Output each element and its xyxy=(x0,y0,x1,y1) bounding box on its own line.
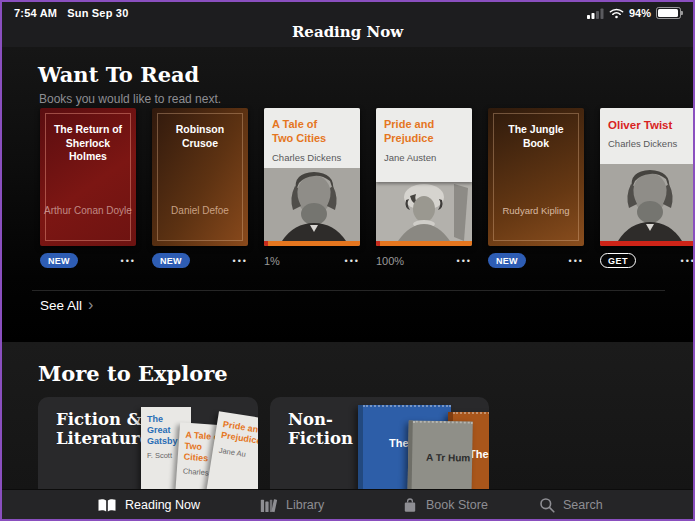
author-portrait xyxy=(600,164,695,241)
book-title: Robinson Crusoe xyxy=(164,123,236,150)
status-bar: 7:54 AM Sun Sep 30 94% xyxy=(2,4,693,22)
progress-label: 100% xyxy=(376,255,404,267)
search-icon xyxy=(539,497,555,513)
status-left: 7:54 AM Sun Sep 30 xyxy=(14,7,128,19)
wifi-icon xyxy=(609,8,624,19)
book-title: The Jungle Book xyxy=(500,123,572,150)
book-title: The Return of Sherlock Holmes xyxy=(52,123,124,164)
progress-label: 1% xyxy=(264,255,280,267)
book-cover-tale-of-two-cities[interactable]: A Tale of Two Cities Charles Dickens xyxy=(264,108,360,246)
mini-book-author: Jane Au xyxy=(218,445,258,461)
section-title: More to Explore xyxy=(38,361,693,386)
mini-book-cover: Pride and Prejudice Jane Au xyxy=(204,411,258,489)
book-item: Robinson Crusoe Daniel Defoe NEW ••• xyxy=(152,108,248,268)
shopping-bag-icon xyxy=(402,497,418,513)
book-title: Pride and Prejudice xyxy=(384,118,464,146)
section-title: Want To Read xyxy=(38,62,693,87)
book-title: A Tale of Two Cities xyxy=(272,118,334,146)
more-options-button[interactable]: ••• xyxy=(569,256,584,266)
tab-label: Search xyxy=(563,498,603,512)
more-options-button[interactable]: ••• xyxy=(345,256,360,266)
tab-label: Reading Now xyxy=(125,498,200,512)
chevron-right-icon: › xyxy=(88,297,93,313)
more-options-button[interactable]: ••• xyxy=(457,256,472,266)
book-cover-oliver-twist[interactable]: Oliver Twist Charles Dickens xyxy=(600,108,695,246)
book-item: Pride and Prejudice Jane Austen xyxy=(376,108,472,268)
want-to-read-section: Want To Read Books you would like to rea… xyxy=(2,47,693,342)
see-all-link[interactable]: See All › xyxy=(40,298,93,313)
cover-stripe xyxy=(264,241,360,246)
mini-book-cover: A Tr Hum xyxy=(407,420,473,489)
new-badge: NEW xyxy=(152,253,190,268)
tab-reading-now[interactable]: Reading Now xyxy=(97,490,200,520)
book-cover-robinson-crusoe[interactable]: Robinson Crusoe Daniel Defoe xyxy=(152,108,248,246)
top-bar: 7:54 AM Sun Sep 30 94% Reading N xyxy=(2,2,693,48)
more-options-button[interactable]: ••• xyxy=(681,256,695,266)
new-badge: NEW xyxy=(40,253,78,268)
category-card-non-fiction[interactable]: Non-Fiction The The R A Tr Hum xyxy=(270,397,489,489)
section-subtitle: Books you would like to read next. xyxy=(39,92,693,106)
book-title: Oliver Twist xyxy=(608,118,688,132)
category-label: Non-Fiction xyxy=(288,411,350,449)
mini-book-title: Pride and Prejudice xyxy=(220,419,258,447)
cover-stripe xyxy=(600,241,695,246)
book-item: The Return of Sherlock Holmes Arthur Con… xyxy=(40,108,136,268)
category-label: Fiction & Literature xyxy=(56,411,151,449)
book-shelf: The Return of Sherlock Holmes Arthur Con… xyxy=(2,108,693,273)
date: Sun Sep 30 xyxy=(67,7,128,19)
book-author: Daniel Defoe xyxy=(152,205,248,218)
book-cover-jungle-book[interactable]: The Jungle Book Rudyard Kipling xyxy=(488,108,584,246)
book-item: Oliver Twist Charles Dickens xyxy=(600,108,695,268)
book-item: The Jungle Book Rudyard Kipling NEW ••• xyxy=(488,108,584,268)
book-author: Rudyard Kipling xyxy=(488,205,584,217)
cover-stripe xyxy=(376,241,472,246)
more-options-button[interactable]: ••• xyxy=(121,256,136,266)
tab-bar: Reading Now Library Book Store Search xyxy=(2,489,693,520)
book-item: A Tale of Two Cities Charles Dickens xyxy=(264,108,360,268)
more-options-button[interactable]: ••• xyxy=(233,256,248,266)
more-to-explore-section: More to Explore Fiction & Literature The… xyxy=(2,342,693,489)
section-divider xyxy=(32,290,665,291)
book-cover-pride-and-prejudice[interactable]: Pride and Prejudice Jane Austen xyxy=(376,108,472,246)
category-card-fiction-literature[interactable]: Fiction & Literature The Great Gatsby F.… xyxy=(38,397,258,489)
page-title: Reading Now xyxy=(2,23,693,41)
tab-label: Book Store xyxy=(426,498,488,512)
tab-book-store[interactable]: Book Store xyxy=(402,490,488,520)
author-portrait xyxy=(264,168,360,241)
clock: 7:54 AM xyxy=(14,7,57,19)
cellular-signal-icon xyxy=(587,8,604,19)
book-author: Jane Austen xyxy=(384,152,464,163)
author-portrait xyxy=(376,182,472,241)
new-badge: NEW xyxy=(488,253,526,268)
tab-library[interactable]: Library xyxy=(260,490,324,520)
book-author: Charles Dickens xyxy=(272,152,352,163)
see-all-label: See All xyxy=(40,298,82,313)
tab-label: Library xyxy=(286,498,324,512)
battery-icon xyxy=(656,7,681,19)
open-book-icon xyxy=(97,498,117,513)
tab-search[interactable]: Search xyxy=(539,490,603,520)
battery-percent: 94% xyxy=(629,7,651,19)
apple-books-reading-now-screen: 7:54 AM Sun Sep 30 94% Reading N xyxy=(0,0,695,521)
book-author: Arthur Conan Doyle xyxy=(40,205,136,218)
book-author: Charles Dickens xyxy=(608,138,688,149)
library-books-icon xyxy=(260,498,278,513)
book-cover-sherlock-holmes[interactable]: The Return of Sherlock Holmes Arthur Con… xyxy=(40,108,136,246)
get-button[interactable]: GET xyxy=(600,253,636,268)
status-right: 94% xyxy=(587,7,681,19)
